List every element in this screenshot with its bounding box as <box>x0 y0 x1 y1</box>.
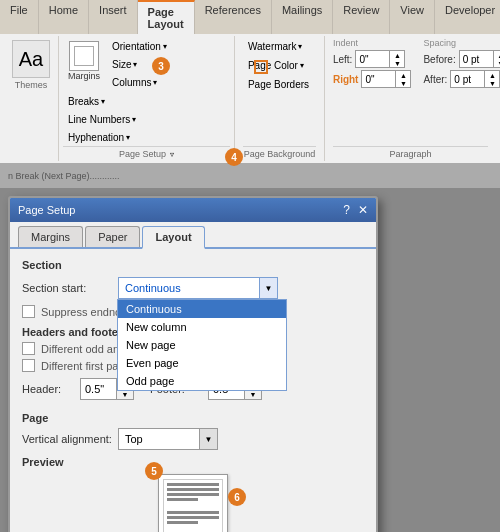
section-start-option-odd-page[interactable]: Odd page <box>118 372 286 390</box>
v-align-value: Top <box>119 431 199 447</box>
breaks-button[interactable]: Breaks ▾ <box>63 93 141 110</box>
indent-left-field[interactable]: 0" ▲ ▼ <box>355 50 405 68</box>
ribbon-content: Aa Themes Margins Orientation ▾ Size ▾ C… <box>0 34 500 163</box>
dialog-title-text: Page Setup <box>18 204 76 216</box>
preview-inner <box>163 479 223 532</box>
doc-break-text: n Break (Next Page)............ <box>8 171 120 181</box>
indent-right-field[interactable]: 0" ▲ ▼ <box>361 70 411 88</box>
suppress-endnotes-checkbox[interactable] <box>22 305 35 318</box>
preview-line-6 <box>167 516 219 519</box>
page-setup-dialog: Page Setup ? ✕ Margins Paper Layout Sect… <box>8 196 378 532</box>
spacing-before-spinner[interactable]: ▲ ▼ <box>493 51 500 67</box>
line-numbers-button[interactable]: Line Numbers ▾ <box>63 111 141 128</box>
tab-home[interactable]: Home <box>39 0 89 34</box>
page-setup-group-label: Page Setup ▿ <box>63 146 230 159</box>
indent-left-spinner[interactable]: ▲ ▼ <box>389 51 404 67</box>
watermark-button[interactable]: Watermark ▾ <box>243 38 316 55</box>
different-odd-checkbox[interactable] <box>22 342 35 355</box>
page-label: Page <box>22 412 364 424</box>
page-setup-launcher[interactable]: ▿ <box>170 150 174 159</box>
indent-right-down[interactable]: ▼ <box>396 79 410 87</box>
preview-line-4 <box>167 498 198 501</box>
tab-page-layout[interactable]: Page Layout <box>138 0 195 34</box>
step-3-indicator: 3 <box>152 57 170 75</box>
tab-insert[interactable]: Insert <box>89 0 138 34</box>
tab-developer[interactable]: Developer <box>435 0 500 34</box>
spacing-before-up[interactable]: ▲ <box>494 51 500 59</box>
indent-left-value: 0" <box>356 53 389 66</box>
step-5-indicator: 5 <box>145 462 163 480</box>
indent-spacing-area: Indent Left: 0" ▲ ▼ Right <box>333 38 488 88</box>
section-start-dropdown[interactable]: Continuous ▼ <box>118 277 278 299</box>
margins-icon <box>69 41 99 71</box>
v-align-arrow[interactable]: ▼ <box>199 429 217 449</box>
tab-references[interactable]: References <box>195 0 272 34</box>
v-align-dropdown[interactable]: Top ▼ <box>118 428 218 450</box>
indent-right-up[interactable]: ▲ <box>396 71 410 79</box>
page-borders-button[interactable]: Page Borders <box>243 76 316 93</box>
indent-area: Indent Left: 0" ▲ ▼ Right <box>333 38 412 88</box>
dialog-tab-paper[interactable]: Paper <box>85 226 140 247</box>
dialog-tab-layout[interactable]: Layout <box>142 226 204 249</box>
paragraph-label: Paragraph <box>333 146 488 159</box>
indent-left-row: Left: 0" ▲ ▼ <box>333 50 412 68</box>
step-4-indicator: 4 <box>225 148 243 166</box>
themes-icon[interactable]: Aa <box>12 40 50 78</box>
spacing-before-down[interactable]: ▼ <box>494 59 500 67</box>
header-edge-value: 0.5" <box>81 381 116 397</box>
dialog-help-button[interactable]: ? <box>343 203 350 217</box>
section-start-option-new-page[interactable]: New page <box>118 336 286 354</box>
dialog-close-button[interactable]: ✕ <box>358 203 368 217</box>
page-setup-group: Margins Orientation ▾ Size ▾ Columns ▾ B… <box>59 36 235 161</box>
indent-right-spinner[interactable]: ▲ ▼ <box>395 71 410 87</box>
section-start-value: Continuous <box>119 280 259 296</box>
tab-mailings[interactable]: Mailings <box>272 0 333 34</box>
ribbon-launcher-highlight <box>254 60 268 74</box>
section-start-dropdown-wrapper: Continuous ▼ Continuous New column New p… <box>118 277 278 299</box>
spacing-before-field[interactable]: 0 pt ▲ ▼ <box>459 50 500 68</box>
indent-right-value: 0" <box>362 73 395 86</box>
columns-button[interactable]: Columns ▾ <box>107 74 172 91</box>
section-start-option-new-column[interactable]: New column <box>118 318 286 336</box>
header-edge-label: Header: <box>22 383 72 395</box>
tab-view[interactable]: View <box>390 0 435 34</box>
orientation-button[interactable]: Orientation ▾ <box>107 38 172 55</box>
preview-line-1 <box>167 483 219 486</box>
dialog-body: Section Section start: Continuous ▼ Cont… <box>10 249 376 532</box>
ribbon-tabs: File Home Insert Page Layout References … <box>0 0 500 34</box>
page-background-label: Page Background <box>243 146 316 159</box>
spacing-after-field[interactable]: 0 pt ▲ ▼ <box>450 70 500 88</box>
section-start-option-continuous[interactable]: Continuous <box>118 300 286 318</box>
v-align-label: Vertical alignment: <box>22 433 112 445</box>
spacing-after-spinner[interactable]: ▲ ▼ <box>484 71 499 87</box>
section-start-list[interactable]: Continuous New column New page Even page… <box>117 299 287 391</box>
different-first-checkbox[interactable] <box>22 359 35 372</box>
tab-review[interactable]: Review <box>333 0 390 34</box>
page-setup-label: Page Setup <box>119 149 166 159</box>
section-start-label: Section start: <box>22 282 112 294</box>
spacing-area: Spacing Before: 0 pt ▲ ▼ After: <box>423 38 500 88</box>
indent-left-down[interactable]: ▼ <box>390 59 404 67</box>
preview-line-2 <box>167 488 219 491</box>
v-align-row: Vertical alignment: Top ▼ <box>22 428 364 450</box>
section-start-row: Section start: Continuous ▼ Continuous N… <box>22 277 364 299</box>
preview-spacer <box>167 503 219 509</box>
margins-button[interactable]: Margins <box>63 38 105 91</box>
spacing-after-up[interactable]: ▲ <box>485 71 499 79</box>
preview-line-5 <box>167 511 219 514</box>
spacing-after-down[interactable]: ▼ <box>485 79 499 87</box>
dialog-tab-margins[interactable]: Margins <box>18 226 83 247</box>
indent-header: Indent <box>333 38 412 48</box>
tab-file[interactable]: File <box>0 0 39 34</box>
preview-line-3 <box>167 493 219 496</box>
margins-label: Margins <box>68 71 100 81</box>
section-label: Section <box>22 259 364 271</box>
indent-left-label: Left: <box>333 54 352 65</box>
dialog-container: Page Setup ? ✕ Margins Paper Layout Sect… <box>0 188 500 532</box>
indent-right-label: Right <box>333 74 359 85</box>
section-start-option-even-page[interactable]: Even page <box>118 354 286 372</box>
hyphenation-button[interactable]: Hyphenation ▾ <box>63 129 141 146</box>
page-setup-buttons: Margins Orientation ▾ Size ▾ Columns ▾ B… <box>63 38 230 146</box>
indent-left-up[interactable]: ▲ <box>390 51 404 59</box>
section-start-arrow[interactable]: ▼ <box>259 278 277 298</box>
